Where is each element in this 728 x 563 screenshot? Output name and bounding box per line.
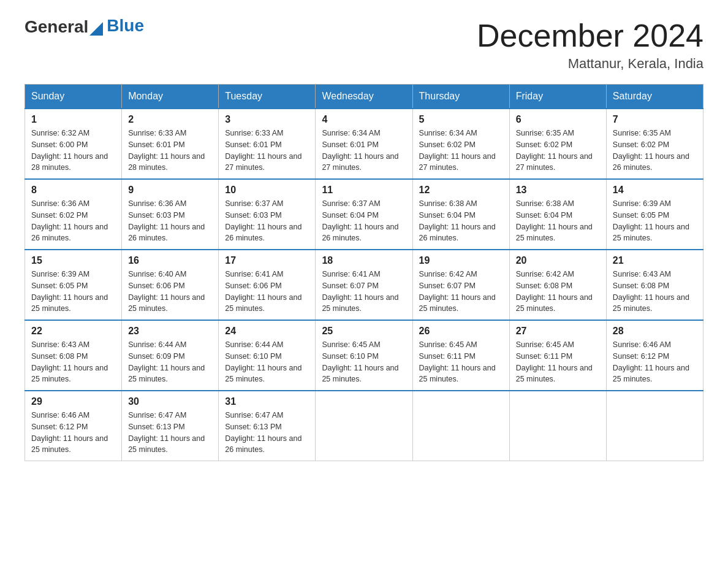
- logo-blue-text: Blue: [107, 16, 144, 35]
- day-info: Sunrise: 6:39 AM Sunset: 6:05 PM Dayligh…: [31, 269, 115, 315]
- day-info: Sunrise: 6:33 AM Sunset: 6:01 PM Dayligh…: [225, 128, 309, 174]
- table-row: 23 Sunrise: 6:44 AM Sunset: 6:09 PM Dayl…: [122, 320, 219, 391]
- day-info: Sunrise: 6:46 AM Sunset: 6:12 PM Dayligh…: [31, 410, 115, 456]
- header-monday: Monday: [122, 85, 219, 109]
- table-row: 29 Sunrise: 6:46 AM Sunset: 6:12 PM Dayl…: [25, 391, 122, 461]
- day-number: 25: [322, 326, 406, 337]
- day-info: Sunrise: 6:47 AM Sunset: 6:13 PM Dayligh…: [128, 410, 212, 456]
- day-number: 21: [613, 255, 697, 266]
- day-info: Sunrise: 6:44 AM Sunset: 6:09 PM Dayligh…: [128, 339, 212, 385]
- table-row: 5 Sunrise: 6:34 AM Sunset: 6:02 PM Dayli…: [412, 109, 509, 179]
- table-row: 6 Sunrise: 6:35 AM Sunset: 6:02 PM Dayli…: [509, 109, 606, 179]
- day-info: Sunrise: 6:38 AM Sunset: 6:04 PM Dayligh…: [419, 198, 503, 244]
- day-number: 18: [322, 255, 406, 266]
- table-row: 10 Sunrise: 6:37 AM Sunset: 6:03 PM Dayl…: [219, 179, 316, 250]
- table-row: 22 Sunrise: 6:43 AM Sunset: 6:08 PM Dayl…: [25, 320, 122, 391]
- day-number: 16: [128, 255, 212, 266]
- day-info: Sunrise: 6:45 AM Sunset: 6:11 PM Dayligh…: [419, 339, 503, 385]
- table-row: 8 Sunrise: 6:36 AM Sunset: 6:02 PM Dayli…: [25, 179, 122, 250]
- day-info: Sunrise: 6:39 AM Sunset: 6:05 PM Dayligh…: [613, 198, 697, 244]
- table-row: 16 Sunrise: 6:40 AM Sunset: 6:06 PM Dayl…: [122, 250, 219, 320]
- calendar-week-row: 15 Sunrise: 6:39 AM Sunset: 6:05 PM Dayl…: [25, 250, 703, 320]
- calendar-week-row: 22 Sunrise: 6:43 AM Sunset: 6:08 PM Dayl…: [25, 320, 703, 391]
- table-row: 31 Sunrise: 6:47 AM Sunset: 6:13 PM Dayl…: [219, 391, 316, 461]
- day-number: 22: [31, 326, 115, 337]
- day-info: Sunrise: 6:43 AM Sunset: 6:08 PM Dayligh…: [613, 269, 697, 315]
- table-row: 18 Sunrise: 6:41 AM Sunset: 6:07 PM Dayl…: [316, 250, 412, 320]
- day-info: Sunrise: 6:34 AM Sunset: 6:02 PM Dayligh…: [419, 128, 503, 174]
- day-number: 8: [31, 185, 115, 196]
- day-number: 28: [613, 326, 697, 337]
- day-info: Sunrise: 6:38 AM Sunset: 6:04 PM Dayligh…: [516, 198, 600, 244]
- table-row: 21 Sunrise: 6:43 AM Sunset: 6:08 PM Dayl…: [606, 250, 703, 320]
- title-block: December 2024 Mattanur, Kerala, India: [477, 18, 703, 72]
- day-info: Sunrise: 6:34 AM Sunset: 6:01 PM Dayligh…: [322, 128, 406, 174]
- day-info: Sunrise: 6:37 AM Sunset: 6:04 PM Dayligh…: [322, 198, 406, 244]
- day-number: 27: [516, 326, 600, 337]
- table-row: [606, 391, 703, 461]
- day-number: 2: [128, 114, 212, 125]
- day-number: 14: [613, 185, 697, 196]
- table-row: 25 Sunrise: 6:45 AM Sunset: 6:10 PM Dayl…: [316, 320, 412, 391]
- header-saturday: Saturday: [606, 85, 703, 109]
- day-info: Sunrise: 6:46 AM Sunset: 6:12 PM Dayligh…: [613, 339, 697, 385]
- day-number: 4: [322, 114, 406, 125]
- table-row: 2 Sunrise: 6:33 AM Sunset: 6:01 PM Dayli…: [122, 109, 219, 179]
- day-number: 3: [225, 114, 309, 125]
- table-row: 3 Sunrise: 6:33 AM Sunset: 6:01 PM Dayli…: [219, 109, 316, 179]
- table-row: 17 Sunrise: 6:41 AM Sunset: 6:06 PM Dayl…: [219, 250, 316, 320]
- day-info: Sunrise: 6:42 AM Sunset: 6:08 PM Dayligh…: [516, 269, 600, 315]
- table-row: 7 Sunrise: 6:35 AM Sunset: 6:02 PM Dayli…: [606, 109, 703, 179]
- day-number: 11: [322, 185, 406, 196]
- table-row: 15 Sunrise: 6:39 AM Sunset: 6:05 PM Dayl…: [25, 250, 122, 320]
- table-row: 19 Sunrise: 6:42 AM Sunset: 6:07 PM Dayl…: [412, 250, 509, 320]
- table-row: 4 Sunrise: 6:34 AM Sunset: 6:01 PM Dayli…: [316, 109, 412, 179]
- day-number: 7: [613, 114, 697, 125]
- day-number: 26: [419, 326, 503, 337]
- calendar-week-row: 1 Sunrise: 6:32 AM Sunset: 6:00 PM Dayli…: [25, 109, 703, 179]
- table-row: [509, 391, 606, 461]
- month-title: December 2024: [477, 18, 703, 53]
- day-number: 12: [419, 185, 503, 196]
- table-row: 13 Sunrise: 6:38 AM Sunset: 6:04 PM Dayl…: [509, 179, 606, 250]
- calendar-header-row: Sunday Monday Tuesday Wednesday Thursday…: [25, 85, 703, 109]
- table-row: 26 Sunrise: 6:45 AM Sunset: 6:11 PM Dayl…: [412, 320, 509, 391]
- day-number: 20: [516, 255, 600, 266]
- table-row: 12 Sunrise: 6:38 AM Sunset: 6:04 PM Dayl…: [412, 179, 509, 250]
- day-number: 1: [31, 114, 115, 125]
- svg-marker-0: [89, 22, 103, 36]
- header-wednesday: Wednesday: [316, 85, 412, 109]
- logo: General Blue: [25, 18, 144, 37]
- day-number: 31: [225, 396, 309, 407]
- header-tuesday: Tuesday: [219, 85, 316, 109]
- table-row: 24 Sunrise: 6:44 AM Sunset: 6:10 PM Dayl…: [219, 320, 316, 391]
- header-sunday: Sunday: [25, 85, 122, 109]
- day-number: 13: [516, 185, 600, 196]
- day-info: Sunrise: 6:45 AM Sunset: 6:10 PM Dayligh…: [322, 339, 406, 385]
- day-number: 5: [419, 114, 503, 125]
- table-row: 27 Sunrise: 6:45 AM Sunset: 6:11 PM Dayl…: [509, 320, 606, 391]
- table-row: 20 Sunrise: 6:42 AM Sunset: 6:08 PM Dayl…: [509, 250, 606, 320]
- table-row: [316, 391, 412, 461]
- header-thursday: Thursday: [412, 85, 509, 109]
- day-info: Sunrise: 6:41 AM Sunset: 6:07 PM Dayligh…: [322, 269, 406, 315]
- day-info: Sunrise: 6:45 AM Sunset: 6:11 PM Dayligh…: [516, 339, 600, 385]
- day-number: 9: [128, 185, 212, 196]
- header-friday: Friday: [509, 85, 606, 109]
- day-info: Sunrise: 6:40 AM Sunset: 6:06 PM Dayligh…: [128, 269, 212, 315]
- calendar-week-row: 29 Sunrise: 6:46 AM Sunset: 6:12 PM Dayl…: [25, 391, 703, 461]
- calendar-table: Sunday Monday Tuesday Wednesday Thursday…: [25, 84, 703, 461]
- logo-general-text: General: [25, 17, 88, 36]
- day-number: 24: [225, 326, 309, 337]
- table-row: [412, 391, 509, 461]
- day-info: Sunrise: 6:33 AM Sunset: 6:01 PM Dayligh…: [128, 128, 212, 174]
- table-row: 9 Sunrise: 6:36 AM Sunset: 6:03 PM Dayli…: [122, 179, 219, 250]
- day-info: Sunrise: 6:47 AM Sunset: 6:13 PM Dayligh…: [225, 410, 309, 456]
- day-number: 30: [128, 396, 212, 407]
- day-info: Sunrise: 6:35 AM Sunset: 6:02 PM Dayligh…: [613, 128, 697, 174]
- table-row: 11 Sunrise: 6:37 AM Sunset: 6:04 PM Dayl…: [316, 179, 412, 250]
- page-header: General Blue December 2024 Mattanur, Ker…: [25, 18, 703, 72]
- day-number: 15: [31, 255, 115, 266]
- day-info: Sunrise: 6:41 AM Sunset: 6:06 PM Dayligh…: [225, 269, 309, 315]
- day-number: 29: [31, 396, 115, 407]
